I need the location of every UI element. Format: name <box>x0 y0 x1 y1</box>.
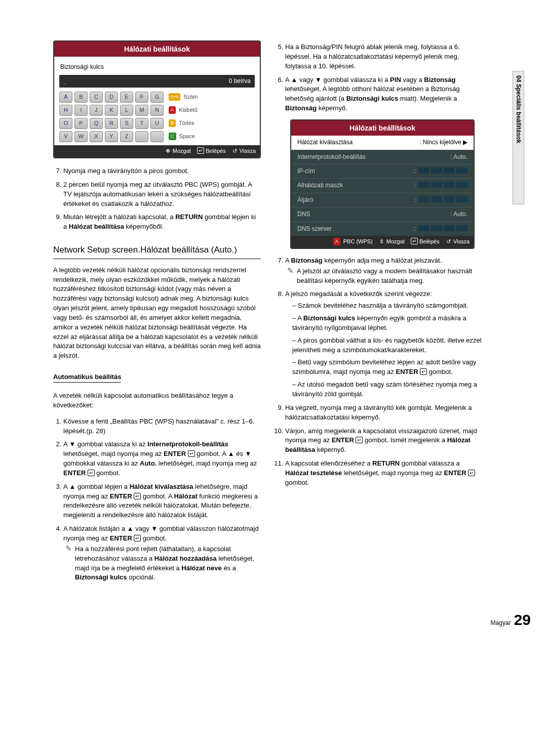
step-9b: Ha végzett, nyomja meg a távirányító kék… <box>285 403 483 423</box>
step-1: Kövesse a fenti „Beállítás PBC (WPS) has… <box>63 417 261 436</box>
step-9: Miután létrejött a hálózati kapcsolat, a… <box>63 213 261 232</box>
key[interactable]: U <box>150 118 164 129</box>
enter-icon: ↵ <box>356 437 363 443</box>
footer-move: Mozgat <box>386 238 405 244</box>
settings-label: DNS szerver <box>297 225 332 233</box>
input-bar[interactable]: _ 0 beírva <box>59 75 255 88</box>
footer-move: Mozgat <box>173 148 191 154</box>
key[interactable]: R <box>105 118 118 129</box>
step-3: A ▲ gombbal lépjen a Hálózat kiválasztás… <box>63 482 261 520</box>
settings-value: : <box>414 225 467 233</box>
step-7b: A Biztonság képernyőn adja meg a hálózat… <box>285 256 483 286</box>
keyboard-row-label: B Törlés <box>166 119 255 128</box>
section-paragraph: A legtöbb vezeték nélküli hálózat opcion… <box>53 266 261 361</box>
key[interactable]: G <box>150 92 164 103</box>
note-icon: ✎ <box>65 544 72 582</box>
key[interactable]: X <box>90 131 103 142</box>
list-item: Számok beviteléhez használja a távirányí… <box>292 301 483 311</box>
settings-row: IP-cím: <box>291 164 474 178</box>
key[interactable]: B <box>74 92 88 103</box>
entered-count: 0 beírva <box>229 77 251 86</box>
keyboard-panel: Hálózati beállítások Biztonsági kulcs _ … <box>53 40 261 158</box>
settings-value: : Auto. <box>450 153 467 161</box>
a-pill-icon: A <box>333 238 340 245</box>
auto-heading: Automatikus beállítás <box>53 372 121 383</box>
steps-5-6: Ha a Biztonság/PIN felugró ablak jelenik… <box>275 43 483 113</box>
step-4-note: Ha a hozzáférési pont rejtett (láthatatl… <box>75 544 261 582</box>
key[interactable] <box>150 131 164 142</box>
key[interactable]: W <box>74 131 88 142</box>
step-8b: A jelszó megadását a következők szerint … <box>285 289 483 399</box>
step-7: Nyomja meg a távirányítón a piros gombot… <box>63 166 261 176</box>
steps-7-11: A Biztonság képernyőn adja meg a hálózat… <box>275 256 483 488</box>
footer-return: Vissza <box>453 238 470 244</box>
keyboard-row-label: 0~9 Szám <box>166 93 255 101</box>
step-5: Ha a Biztonság/PIN felugró ablak jelenik… <box>285 43 483 71</box>
key[interactable] <box>135 131 148 142</box>
key[interactable]: D <box>105 92 118 103</box>
auto-intro: A vezeték nélküli kapcsolat automatikus … <box>53 391 261 410</box>
settings-row: DNS szerver: <box>291 222 474 236</box>
panel-title: Hálózati beállítások <box>291 120 474 136</box>
right-column: Ha a Biztonság/PIN felugró ablak jelenik… <box>275 40 483 589</box>
enter-icon: ↵ <box>188 450 195 457</box>
key[interactable]: L <box>120 105 133 116</box>
step-4: A hálózatok listáján a ▲ vagy ▼ gombbal … <box>63 524 261 582</box>
section-heading: Network Setup screen.Hálózat beállítása … <box>53 244 261 259</box>
enter-icon: ↵ <box>134 493 141 499</box>
settings-row: Átjáró: <box>291 193 474 207</box>
settings-row: DNS: Auto. <box>291 207 474 221</box>
settings-label: Átjáró <box>297 196 313 204</box>
enter-icon: ↵ <box>468 470 475 476</box>
settings-row[interactable]: Hálózat kiválasztása: Nincs kijelölve ▶ <box>291 136 474 149</box>
key[interactable]: H <box>59 105 72 116</box>
key[interactable]: C <box>90 92 103 103</box>
panel-subtitle: Biztonsági kulcs <box>59 61 255 74</box>
key[interactable]: J <box>90 105 103 116</box>
step-7-note: A jelszót az útválasztó vagy a modem beá… <box>297 267 483 286</box>
settings-value: : <box>414 181 467 190</box>
footer-lang: Magyar <box>491 619 511 627</box>
enter-icon: ↵ <box>411 238 418 244</box>
key[interactable]: F <box>135 92 148 103</box>
network-settings-panel: Hálózati beállítások Hálózat kiválasztás… <box>290 119 475 249</box>
key[interactable]: N <box>150 105 164 116</box>
key[interactable]: A <box>59 92 72 103</box>
key[interactable]: V <box>59 131 72 142</box>
key[interactable]: T <box>135 118 148 129</box>
keyboard-row-label: A Kisbetű <box>166 106 255 114</box>
note-icon: ✎ <box>287 267 294 286</box>
side-tab: 04 Speciális beállítások <box>513 71 524 204</box>
footer-return: Vissza <box>240 148 256 154</box>
footer-enter: Belépés <box>206 148 226 154</box>
key[interactable]: E <box>120 92 133 103</box>
return-icon: ↺ <box>446 238 452 246</box>
steps-7-9: Nyomja meg a távirányítón a piros gombot… <box>53 166 261 232</box>
settings-value: : <box>414 167 467 176</box>
keyboard-row-label: C Space <box>166 133 255 141</box>
settings-value: : Auto. <box>450 210 467 219</box>
updown-icon: ⇕ <box>379 238 385 246</box>
key[interactable]: O <box>59 118 72 129</box>
key[interactable]: P <box>74 118 88 129</box>
list-item: Betű vagy szimbólum beviteléhez lépjen a… <box>292 358 483 377</box>
steps-1-4: Kövesse a fenti „Beállítás PBC (WPS) has… <box>53 417 261 583</box>
key[interactable]: K <box>105 105 118 116</box>
onscreen-keyboard[interactable]: ABCDEFG0~9 SzámHIJKLMNA KisbetűOPQRSTUB … <box>59 92 255 142</box>
key[interactable]: M <box>135 105 148 116</box>
key[interactable]: Q <box>90 118 103 129</box>
return-icon: ↺ <box>232 147 238 155</box>
move-icon: ✥ <box>165 147 171 155</box>
cursor-icon: _ <box>63 77 67 86</box>
footer-pbc: PBC (WPS) <box>343 238 373 244</box>
page-number: 29 <box>514 609 531 631</box>
key[interactable]: Z <box>120 131 133 142</box>
key[interactable]: Y <box>105 131 118 142</box>
key[interactable]: I <box>74 105 88 116</box>
step-11: A kapcsolat ellenőrzéséhez a RETURN gomb… <box>285 459 483 488</box>
key[interactable]: S <box>120 118 133 129</box>
settings-label: Hálózat kiválasztása <box>297 138 353 147</box>
panel-title: Hálózati beállítások <box>54 41 260 57</box>
step-10: Várjon, amíg megjelenik a kapcsolatot vi… <box>285 427 483 455</box>
settings-value: : Nincs kijelölve ▶ <box>419 138 467 147</box>
